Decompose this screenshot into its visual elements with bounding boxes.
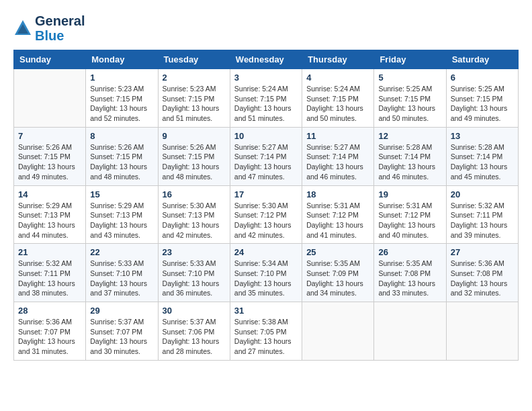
day-number: 8: [90, 131, 153, 141]
day-info: Sunrise: 5:36 AM Sunset: 7:08 PM Dayligh…: [451, 259, 514, 298]
day-info: Sunrise: 5:26 AM Sunset: 7:15 PM Dayligh…: [163, 142, 226, 182]
day-number: 30: [163, 306, 226, 316]
calendar-cell: 13Sunrise: 5:28 AM Sunset: 7:14 PM Dayli…: [446, 127, 518, 185]
weekday-header: Friday: [374, 50, 446, 69]
day-info: Sunrise: 5:28 AM Sunset: 7:14 PM Dayligh…: [451, 142, 514, 182]
calendar-body: 1Sunrise: 5:23 AM Sunset: 7:15 PM Daylig…: [14, 69, 519, 361]
day-number: 14: [18, 189, 81, 199]
day-info: Sunrise: 5:28 AM Sunset: 7:14 PM Dayligh…: [378, 142, 441, 182]
calendar-week-row: 28Sunrise: 5:36 AM Sunset: 7:07 PM Dayli…: [14, 302, 519, 361]
calendar-cell: [446, 302, 518, 361]
day-info: Sunrise: 5:23 AM Sunset: 7:15 PM Dayligh…: [163, 84, 226, 124]
day-number: 2: [163, 73, 226, 83]
logo: General Blue: [13, 13, 85, 43]
day-info: Sunrise: 5:25 AM Sunset: 7:15 PM Dayligh…: [378, 84, 441, 124]
calendar-cell: 12Sunrise: 5:28 AM Sunset: 7:14 PM Dayli…: [374, 127, 446, 185]
calendar-cell: 22Sunrise: 5:33 AM Sunset: 7:10 PM Dayli…: [86, 244, 158, 302]
day-info: Sunrise: 5:27 AM Sunset: 7:14 PM Dayligh…: [306, 142, 369, 182]
calendar-week-row: 14Sunrise: 5:29 AM Sunset: 7:13 PM Dayli…: [14, 185, 519, 244]
calendar-cell: 1Sunrise: 5:23 AM Sunset: 7:15 PM Daylig…: [86, 69, 158, 128]
logo-icon: [13, 19, 32, 38]
calendar-cell: 10Sunrise: 5:27 AM Sunset: 7:14 PM Dayli…: [230, 127, 302, 185]
day-info: Sunrise: 5:23 AM Sunset: 7:15 PM Dayligh…: [90, 84, 153, 124]
calendar-cell: 19Sunrise: 5:31 AM Sunset: 7:12 PM Dayli…: [374, 185, 446, 244]
day-info: Sunrise: 5:30 AM Sunset: 7:13 PM Dayligh…: [163, 201, 226, 240]
calendar-cell: 27Sunrise: 5:36 AM Sunset: 7:08 PM Dayli…: [446, 244, 518, 302]
calendar-cell: 24Sunrise: 5:34 AM Sunset: 7:10 PM Dayli…: [230, 244, 302, 302]
day-number: 3: [234, 73, 298, 83]
day-number: 4: [306, 73, 369, 83]
weekday-header-row: SundayMondayTuesdayWednesdayThursdayFrid…: [14, 50, 519, 69]
day-number: 9: [163, 131, 226, 141]
day-number: 20: [451, 189, 514, 199]
calendar-cell: 28Sunrise: 5:36 AM Sunset: 7:07 PM Dayli…: [14, 302, 86, 361]
calendar-cell: 30Sunrise: 5:37 AM Sunset: 7:06 PM Dayli…: [158, 302, 230, 361]
calendar-cell: 6Sunrise: 5:25 AM Sunset: 7:15 PM Daylig…: [446, 69, 518, 128]
weekday-header: Sunday: [14, 50, 86, 69]
calendar-cell: [374, 302, 446, 361]
day-number: 31: [234, 306, 298, 316]
weekday-header: Wednesday: [230, 50, 302, 69]
calendar-cell: 15Sunrise: 5:29 AM Sunset: 7:13 PM Dayli…: [86, 185, 158, 244]
day-info: Sunrise: 5:24 AM Sunset: 7:15 PM Dayligh…: [234, 84, 298, 124]
calendar-cell: 14Sunrise: 5:29 AM Sunset: 7:13 PM Dayli…: [14, 185, 86, 244]
day-info: Sunrise: 5:38 AM Sunset: 7:05 PM Dayligh…: [234, 317, 298, 357]
day-number: 1: [90, 73, 153, 83]
day-number: 27: [451, 247, 514, 257]
day-number: 19: [378, 189, 441, 199]
day-info: Sunrise: 5:26 AM Sunset: 7:15 PM Dayligh…: [18, 142, 81, 182]
day-number: 10: [234, 131, 298, 141]
day-info: Sunrise: 5:36 AM Sunset: 7:07 PM Dayligh…: [18, 317, 81, 357]
day-info: Sunrise: 5:37 AM Sunset: 7:06 PM Dayligh…: [163, 317, 226, 357]
day-info: Sunrise: 5:30 AM Sunset: 7:12 PM Dayligh…: [234, 201, 298, 240]
day-info: Sunrise: 5:31 AM Sunset: 7:12 PM Dayligh…: [306, 201, 369, 240]
day-info: Sunrise: 5:29 AM Sunset: 7:13 PM Dayligh…: [18, 201, 81, 240]
calendar-cell: 3Sunrise: 5:24 AM Sunset: 7:15 PM Daylig…: [230, 69, 302, 128]
day-info: Sunrise: 5:26 AM Sunset: 7:15 PM Dayligh…: [90, 142, 153, 182]
calendar-week-row: 7Sunrise: 5:26 AM Sunset: 7:15 PM Daylig…: [14, 127, 519, 185]
calendar-cell: [302, 302, 374, 361]
calendar-cell: 31Sunrise: 5:38 AM Sunset: 7:05 PM Dayli…: [230, 302, 302, 361]
page-header: General Blue: [13, 13, 519, 43]
calendar-cell: 2Sunrise: 5:23 AM Sunset: 7:15 PM Daylig…: [158, 69, 230, 128]
day-number: 25: [306, 247, 369, 257]
day-info: Sunrise: 5:33 AM Sunset: 7:10 PM Dayligh…: [90, 259, 153, 298]
calendar-cell: 16Sunrise: 5:30 AM Sunset: 7:13 PM Dayli…: [158, 185, 230, 244]
day-number: 21: [18, 247, 81, 257]
calendar-week-row: 21Sunrise: 5:32 AM Sunset: 7:11 PM Dayli…: [14, 244, 519, 302]
day-info: Sunrise: 5:33 AM Sunset: 7:10 PM Dayligh…: [163, 259, 226, 298]
weekday-header: Thursday: [302, 50, 374, 69]
day-number: 6: [451, 73, 514, 83]
calendar-cell: 5Sunrise: 5:25 AM Sunset: 7:15 PM Daylig…: [374, 69, 446, 128]
day-info: Sunrise: 5:35 AM Sunset: 7:09 PM Dayligh…: [306, 259, 369, 298]
day-number: 16: [163, 189, 226, 199]
calendar-cell: [14, 69, 86, 128]
logo-text: General Blue: [35, 13, 85, 43]
calendar-cell: 20Sunrise: 5:32 AM Sunset: 7:11 PM Dayli…: [446, 185, 518, 244]
day-number: 26: [378, 247, 441, 257]
day-info: Sunrise: 5:37 AM Sunset: 7:07 PM Dayligh…: [90, 317, 153, 357]
day-info: Sunrise: 5:32 AM Sunset: 7:11 PM Dayligh…: [18, 259, 81, 298]
calendar-cell: 11Sunrise: 5:27 AM Sunset: 7:14 PM Dayli…: [302, 127, 374, 185]
day-info: Sunrise: 5:34 AM Sunset: 7:10 PM Dayligh…: [234, 259, 298, 298]
calendar-cell: 18Sunrise: 5:31 AM Sunset: 7:12 PM Dayli…: [302, 185, 374, 244]
weekday-header: Saturday: [446, 50, 518, 69]
day-number: 7: [18, 131, 81, 141]
day-info: Sunrise: 5:25 AM Sunset: 7:15 PM Dayligh…: [451, 84, 514, 124]
calendar-cell: 26Sunrise: 5:35 AM Sunset: 7:08 PM Dayli…: [374, 244, 446, 302]
day-number: 5: [378, 73, 441, 83]
day-info: Sunrise: 5:29 AM Sunset: 7:13 PM Dayligh…: [90, 201, 153, 240]
weekday-header: Monday: [86, 50, 158, 69]
calendar-cell: 25Sunrise: 5:35 AM Sunset: 7:09 PM Dayli…: [302, 244, 374, 302]
day-number: 22: [90, 247, 153, 257]
day-info: Sunrise: 5:27 AM Sunset: 7:14 PM Dayligh…: [234, 142, 298, 182]
calendar-cell: 4Sunrise: 5:24 AM Sunset: 7:15 PM Daylig…: [302, 69, 374, 128]
day-number: 13: [451, 131, 514, 141]
day-number: 17: [234, 189, 298, 199]
day-number: 15: [90, 189, 153, 199]
calendar-cell: 7Sunrise: 5:26 AM Sunset: 7:15 PM Daylig…: [14, 127, 86, 185]
calendar-cell: 17Sunrise: 5:30 AM Sunset: 7:12 PM Dayli…: [230, 185, 302, 244]
day-number: 18: [306, 189, 369, 199]
day-info: Sunrise: 5:24 AM Sunset: 7:15 PM Dayligh…: [306, 84, 369, 124]
weekday-header: Tuesday: [158, 50, 230, 69]
